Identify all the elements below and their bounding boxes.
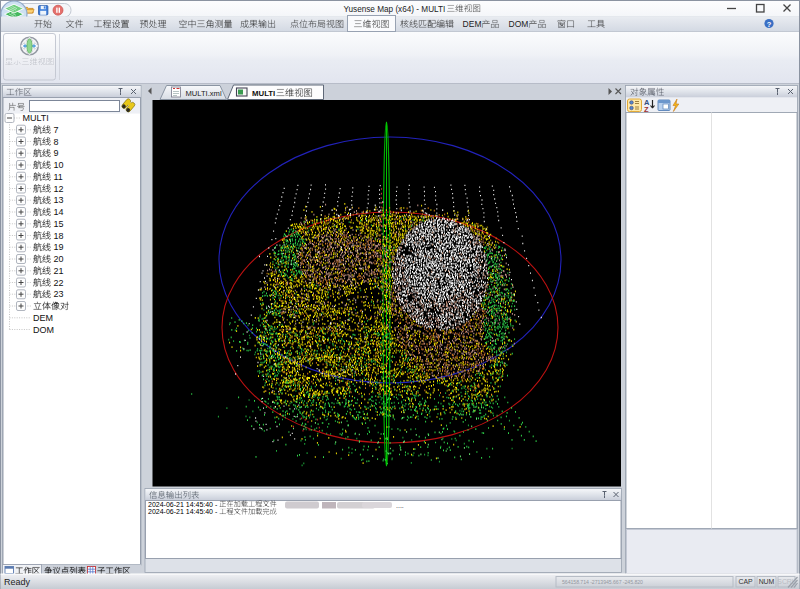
svg-text:2024-06-21 14:45:40 -: 2024-06-21 14:45:40 -: [148, 508, 218, 515]
svg-text:564158.714 -2713945.667 -245.8: 564158.714 -2713945.667 -245.820: [562, 579, 643, 585]
svg-text:DOM: DOM: [33, 325, 54, 335]
svg-text:?: ?: [767, 20, 772, 29]
svg-text:10: 10: [54, 160, 64, 170]
svg-text:DOM: DOM: [509, 19, 529, 29]
svg-text:22: 22: [54, 278, 64, 288]
svg-text:7: 7: [54, 125, 59, 135]
svg-text:DEM: DEM: [33, 313, 53, 323]
svg-text:19: 19: [54, 242, 64, 252]
svg-text:Ready: Ready: [4, 577, 31, 587]
svg-text:Yusense Map (x64) - MULTI: Yusense Map (x64) - MULTI: [344, 5, 446, 14]
svg-text:MULTI: MULTI: [252, 89, 275, 98]
svg-text:13: 13: [54, 195, 64, 205]
svg-text:15: 15: [54, 219, 64, 229]
svg-text:14: 14: [54, 207, 64, 217]
svg-text:12: 12: [54, 184, 64, 194]
svg-text:8: 8: [54, 137, 59, 147]
svg-text:MULTI.xml: MULTI.xml: [186, 89, 222, 98]
svg-text:MULTI: MULTI: [23, 113, 49, 123]
svg-text:23: 23: [54, 289, 64, 299]
svg-text:DEM: DEM: [463, 19, 482, 29]
svg-text:20: 20: [54, 254, 64, 264]
svg-text:18: 18: [54, 231, 64, 241]
svg-text:....: ....: [396, 502, 404, 509]
svg-text:NUM: NUM: [759, 578, 775, 585]
svg-text:11: 11: [54, 172, 63, 182]
svg-text:2024-06-21 14:45:40 -: 2024-06-21 14:45:40 -: [148, 501, 218, 508]
svg-text:21: 21: [54, 266, 64, 276]
svg-text:CAP: CAP: [738, 578, 753, 585]
svg-text:9: 9: [54, 148, 59, 158]
